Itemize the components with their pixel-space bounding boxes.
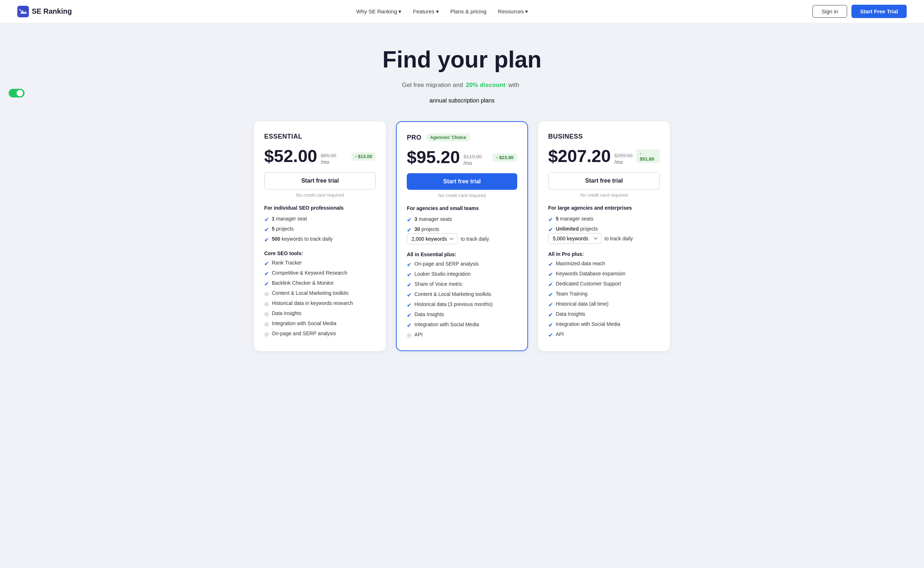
- check-icon: ✔: [548, 332, 553, 338]
- plan-tagline-pro: For agencies and small teams: [407, 205, 517, 211]
- check-icon: ✔: [264, 226, 269, 233]
- highlight-item: ✔ 1 manager seat: [264, 216, 376, 223]
- feature-item: ⊖ Content & Local Marketing toolkits: [264, 290, 376, 298]
- check-icon: ✔: [407, 322, 411, 329]
- feature-item: ✔ Competitive & Keyword Research: [264, 270, 376, 277]
- nav-features[interactable]: Features ▾: [413, 8, 439, 15]
- minus-icon: ⊖: [264, 301, 269, 307]
- check-icon: ✔: [407, 227, 411, 234]
- plan-name-pro: PRO: [407, 134, 422, 142]
- plan-tagline-essential: For individual SEO professionals: [264, 205, 376, 211]
- check-icon: ✔: [548, 322, 553, 328]
- hero-subtitle: Get free migration and 20% discount with: [9, 82, 915, 89]
- feature-item: ✔ Rank Tracker: [264, 260, 376, 267]
- feature-item: ✔ Content & Local Marketing toolkits: [407, 291, 517, 298]
- check-icon: ✔: [264, 260, 269, 267]
- check-icon: ✔: [264, 236, 269, 243]
- check-icon: ✔: [407, 216, 411, 224]
- feature-item: ⊖ API: [407, 332, 517, 339]
- chevron-down-icon: ▾: [398, 8, 401, 15]
- page-title: Find your plan: [9, 46, 915, 73]
- check-icon: ✔: [548, 301, 553, 308]
- price-row-business: $207.20 $259.00 /mo - $51.80: [548, 148, 660, 165]
- trial-button-essential[interactable]: Start free trial: [264, 172, 376, 189]
- annual-toggle[interactable]: [9, 89, 24, 97]
- feature-item: ✔ On-page and SERP analysis: [407, 261, 517, 268]
- logo[interactable]: SE Ranking: [17, 6, 72, 17]
- minus-icon: ⊖: [264, 290, 269, 298]
- price-period-pro: /mo: [463, 160, 482, 166]
- nav-links: Why SE Ranking ▾ Features ▾ Plans & pric…: [356, 8, 528, 15]
- nav-why-seranking[interactable]: Why SE Ranking ▾: [356, 8, 401, 15]
- navbar: SE Ranking Why SE Ranking ▾ Features ▾ P…: [0, 0, 924, 23]
- highlight-item: ✔ 30 projects: [407, 226, 517, 234]
- highlight-item: ✔ 500 keywords to track daily: [264, 236, 376, 243]
- check-icon: ✔: [548, 291, 553, 298]
- nav-resources[interactable]: Resources ▾: [498, 8, 528, 15]
- signin-button[interactable]: Sign in: [812, 5, 847, 18]
- minus-icon: ⊖: [264, 321, 269, 328]
- feature-item: ✔ Data Insights: [407, 311, 517, 319]
- check-icon: ✔: [407, 261, 411, 268]
- price-main-essential: $52.00: [264, 148, 317, 165]
- feature-item: ✔ Integration with Social Media: [548, 321, 660, 328]
- plan-card-essential: ESSENTIAL $52.00 $65.00 /mo - $13.00 Sta…: [254, 121, 386, 351]
- feature-item: ✔ Maximized data reach: [548, 261, 660, 268]
- keyword-row-business: 2,000 keywords5,000 keywords10,000 keywo…: [548, 233, 660, 244]
- keyword-suffix-business: to track daily: [605, 236, 633, 242]
- keyword-select-business[interactable]: 2,000 keywords5,000 keywords10,000 keywo…: [548, 233, 602, 244]
- plan-card-pro: PRO Agencies' Choice $95.20 $119.00 /mo …: [396, 121, 528, 351]
- trial-button-pro[interactable]: Start free trial: [407, 173, 517, 190]
- plan-badge-pro: Agencies' Choice: [426, 133, 471, 142]
- check-icon: ✔: [264, 216, 269, 223]
- feature-item: ✔ Team Training: [548, 291, 660, 298]
- highlight-item: ✔ 5 projects: [264, 226, 376, 233]
- price-original-business: $259.00: [614, 153, 633, 159]
- keyword-suffix-pro: to track daily: [461, 236, 489, 242]
- feature-item: ⊖ On-page and SERP analysis: [264, 331, 376, 338]
- minus-icon: ⊖: [264, 331, 269, 338]
- price-main-pro: $95.20: [407, 149, 460, 166]
- chevron-down-icon: ▾: [525, 8, 528, 15]
- check-icon: ✔: [548, 271, 553, 278]
- logo-icon: [17, 6, 29, 17]
- plan-header-essential: ESSENTIAL: [264, 133, 376, 140]
- highlight-item: ✔ Unlimited projects: [548, 226, 660, 233]
- logo-text: SE Ranking: [32, 7, 72, 15]
- plan-name-business: BUSINESS: [548, 133, 583, 140]
- price-period-business: /mo: [614, 159, 633, 165]
- plan-header-pro: PRO Agencies' Choice: [407, 133, 517, 142]
- check-icon: ✔: [407, 271, 411, 278]
- feature-item: ✔ Backlink Checker & Monitor: [264, 280, 376, 287]
- feature-item: ✔ Historical data (all time): [548, 301, 660, 308]
- check-icon: ✔: [264, 280, 269, 287]
- minus-icon: ⊖: [264, 311, 269, 317]
- check-icon: ✔: [407, 292, 411, 298]
- no-cc-business: No credit card required: [548, 192, 660, 198]
- start-free-trial-button[interactable]: Start Free Trial: [851, 5, 907, 18]
- keyword-select-pro[interactable]: 500 keywords1,000 keywords2,000 keywords…: [407, 234, 458, 244]
- price-savings-essential: - $13.00: [352, 152, 376, 160]
- check-icon: ✔: [407, 302, 411, 308]
- plan-highlights-business: ✔ 5 manager seats ✔ Unlimited projects: [548, 216, 660, 233]
- discount-text: 20% discount: [466, 82, 506, 89]
- keyword-row-pro: 500 keywords1,000 keywords2,000 keywords…: [407, 234, 517, 244]
- no-cc-pro: No credit card required: [407, 193, 517, 198]
- feature-item: ✔ Share of Voice metric: [407, 281, 517, 289]
- feature-item: ✔ Integration with Social Media: [407, 322, 517, 329]
- highlight-item: ✔ 3 manager seats: [407, 216, 517, 224]
- price-savings-business: - $51.80: [636, 150, 660, 163]
- plan-card-business: BUSINESS $207.20 $259.00 /mo - $51.80 St…: [538, 121, 670, 351]
- trial-button-business[interactable]: Start free trial: [548, 172, 660, 189]
- price-original-pro: $119.00: [463, 154, 482, 160]
- feature-item: ✔ API: [548, 331, 660, 338]
- section-label-pro: All in Essential plus:: [407, 252, 517, 257]
- price-row-pro: $95.20 $119.00 /mo - $23.80: [407, 149, 517, 166]
- chevron-down-icon: ▾: [436, 8, 439, 15]
- price-original-essential: $65.00: [321, 153, 336, 159]
- minus-icon: ⊖: [407, 332, 411, 339]
- feature-item: ✔ Dedicated Customer Support: [548, 281, 660, 288]
- nav-plans-pricing[interactable]: Plans & pricing: [451, 8, 487, 14]
- check-icon: ✔: [548, 226, 553, 233]
- plans-grid: ESSENTIAL $52.00 $65.00 /mo - $13.00 Sta…: [245, 121, 679, 374]
